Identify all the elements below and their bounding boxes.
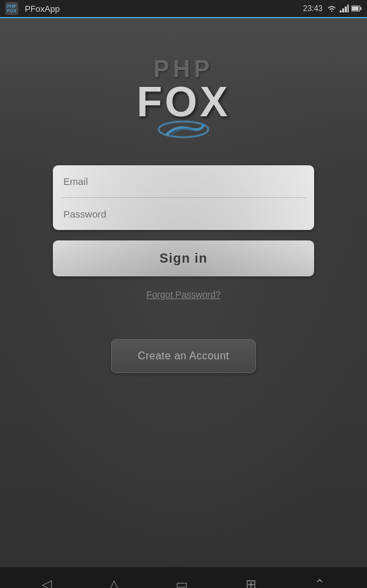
svg-rect-0 (340, 10, 342, 12)
menu-button[interactable]: ⊞ (240, 571, 262, 588)
logo-php-text: PHP (153, 57, 214, 81)
battery-icon (351, 5, 362, 12)
status-bar: PHPFOX PFoxApp 23:43 (0, 0, 367, 18)
nav-bar: ◁ △ ▭ ⊞ ⌃ (0, 567, 367, 588)
status-bar-left: PHPFOX PFoxApp (5, 2, 59, 15)
signin-button[interactable]: Sign in (53, 240, 314, 276)
signal-icon (340, 5, 349, 12)
svg-rect-5 (360, 7, 362, 10)
create-account-button[interactable]: Create an Account (111, 339, 256, 373)
logo-container: PHP FOX (136, 57, 231, 139)
recents-button[interactable]: ▭ (170, 571, 193, 588)
up-button[interactable]: ⌃ (309, 571, 330, 588)
app-title: PFoxApp (25, 4, 59, 14)
logo-fox-text: FOX (136, 81, 231, 123)
app-icon: PHPFOX (5, 2, 18, 15)
form-container: Sign in Forgot Password? (53, 165, 314, 300)
main-content: PHP FOX Sign in Forgot Password? Create … (0, 18, 367, 567)
svg-rect-3 (347, 5, 349, 12)
home-button[interactable]: △ (104, 571, 124, 588)
status-bar-right: 23:43 (303, 4, 362, 13)
app-icon-text: PHPFOX (7, 4, 16, 13)
svg-rect-2 (345, 7, 347, 12)
input-group (53, 165, 314, 230)
svg-rect-1 (342, 8, 344, 12)
back-button[interactable]: ◁ (37, 571, 57, 588)
forgot-password-link[interactable]: Forgot Password? (146, 289, 221, 300)
status-icons (327, 5, 362, 12)
logo-swirl-icon (154, 120, 213, 139)
email-input[interactable] (53, 165, 314, 197)
wifi-icon (327, 5, 337, 12)
password-input[interactable] (53, 198, 314, 230)
status-time: 23:43 (303, 4, 323, 13)
svg-rect-6 (352, 7, 359, 10)
